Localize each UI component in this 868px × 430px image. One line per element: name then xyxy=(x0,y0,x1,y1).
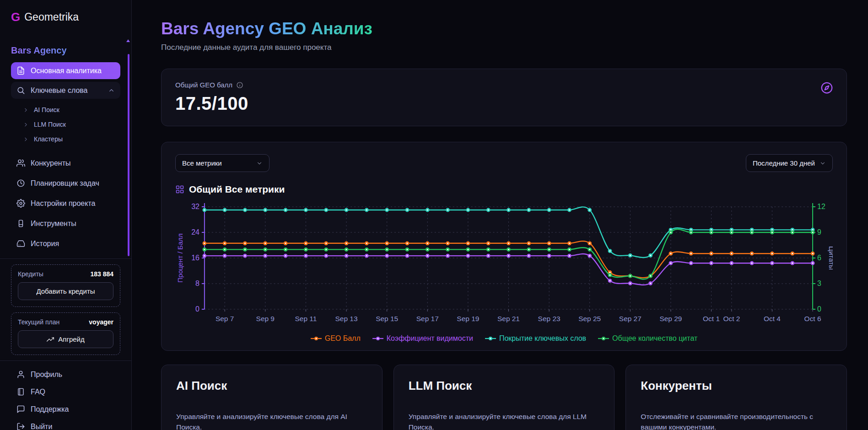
feature-card-title: LLM Поиск xyxy=(409,379,600,393)
info-icon[interactable] xyxy=(236,81,243,89)
feature-card[interactable]: Конкуренты Отслеживайте и сравнивайте пр… xyxy=(625,365,847,430)
metric-select[interactable]: Все метрики xyxy=(175,154,270,172)
legend-label: Покрытие ключевых слов xyxy=(499,334,586,343)
credits-value: 183 884 xyxy=(90,270,113,278)
sidebar-secondary-nav: КонкурентыПланировщик задачНастройки про… xyxy=(11,154,120,253)
metrics-line-chart[interactable]: 08162432Процент / Балл036912ЦитатыSep 7S… xyxy=(175,200,833,333)
svg-text:6: 6 xyxy=(817,254,821,262)
svg-text:Sep 27: Sep 27 xyxy=(619,315,642,322)
geo-score-value: 17.5/100 xyxy=(175,93,833,114)
sidebar-item-label: Инструменты xyxy=(31,220,76,228)
upgrade-button[interactable]: Апгрейд xyxy=(18,330,113,348)
page-title: Bars Agency GEO Анализ xyxy=(161,19,372,38)
sidebar-sub-item-label: LLM Поиск xyxy=(34,121,66,128)
app-root: G Geometrika Bars Agency Основная аналит… xyxy=(0,0,868,430)
feature-card-title: AI Поиск xyxy=(176,379,367,393)
svg-text:3: 3 xyxy=(817,280,821,287)
add-credits-label: Добавить кредиты xyxy=(36,287,95,295)
sidebar-scroll-up-arrow[interactable] xyxy=(126,39,130,42)
svg-text:Oct 2: Oct 2 xyxy=(723,315,740,322)
book-icon xyxy=(16,387,25,396)
chevron-down-icon xyxy=(819,160,826,167)
sidebar-item-users[interactable]: Конкуренты xyxy=(11,154,120,172)
user-icon xyxy=(16,370,25,379)
logo-icon: G xyxy=(11,10,20,24)
sidebar: G Geometrika Bars Agency Основная аналит… xyxy=(0,0,132,430)
sidebar-sub-item[interactable]: LLM Поиск xyxy=(18,117,120,132)
legend-item-series-3[interactable]: Общее количество цитат xyxy=(598,334,697,343)
sidebar-sub-item[interactable]: Кластеры xyxy=(18,132,120,146)
hard-drive-icon xyxy=(16,239,25,248)
svg-text:Sep 21: Sep 21 xyxy=(497,315,520,322)
search-icon xyxy=(16,86,25,95)
grid-icon xyxy=(175,185,184,194)
users-icon xyxy=(16,159,25,167)
sidebar-item-user[interactable]: Профиль xyxy=(11,366,120,382)
legend-marker-icon xyxy=(598,336,609,341)
feature-card[interactable]: LLM Поиск Управляйте и анализируйте ключ… xyxy=(394,365,615,430)
compass-icon[interactable] xyxy=(820,81,834,95)
sidebar-scrollbar[interactable] xyxy=(128,54,129,256)
date-range-select[interactable]: Последние 30 дней xyxy=(746,154,833,172)
sidebar-item-clock[interactable]: Планировщик задач xyxy=(11,174,120,193)
svg-text:Sep 13: Sep 13 xyxy=(335,315,358,322)
sidebar-item-ruler[interactable]: Инструменты xyxy=(11,214,120,233)
logout-icon xyxy=(16,422,25,430)
chevron-right-icon xyxy=(23,122,29,128)
svg-text:Sep 15: Sep 15 xyxy=(376,315,398,322)
feature-card[interactable]: AI Поиск Управляйте и анализируйте ключе… xyxy=(161,365,383,430)
sidebar-item-hard-drive[interactable]: История xyxy=(11,234,120,253)
legend-item-series-0[interactable]: GEO Балл xyxy=(311,334,361,343)
sidebar-item-label: Поддержка xyxy=(31,405,69,414)
sidebar-item-gear[interactable]: Настройки проекта xyxy=(11,194,120,213)
svg-text:Sep 23: Sep 23 xyxy=(538,315,561,322)
add-credits-button[interactable]: Добавить кредиты xyxy=(18,282,113,300)
chevron-up-icon xyxy=(108,87,115,94)
sidebar-item-logout[interactable]: Выйти xyxy=(11,419,120,430)
chart-legend: GEO Балл Коэффициент видимости Покрытие … xyxy=(175,333,833,344)
left-axis: 08162432Процент / Балл xyxy=(176,203,205,313)
sidebar-item-label: Основная аналитика xyxy=(31,67,102,75)
sidebar-sub-item-label: AI Поиск xyxy=(34,106,59,113)
legend-marker-icon xyxy=(372,336,383,341)
sidebar-footer-nav: ПрофильFAQПоддержкаВыйти xyxy=(11,366,120,430)
sidebar-item-label: Настройки проекта xyxy=(31,199,95,208)
chat-icon xyxy=(16,405,25,414)
legend-label: GEO Балл xyxy=(325,334,361,343)
sidebar-divider xyxy=(0,258,131,259)
sidebar-item-label: Выйти xyxy=(31,423,52,430)
sidebar-item-label: Конкуренты xyxy=(31,159,71,167)
legend-item-series-1[interactable]: Коэффициент видимости xyxy=(372,334,473,343)
chart-grid xyxy=(205,207,813,309)
feature-card-title: Конкуренты xyxy=(641,379,832,393)
svg-text:Sep 7: Sep 7 xyxy=(216,315,234,322)
svg-text:32: 32 xyxy=(191,203,199,210)
sidebar-item-main-analytics[interactable]: Основная аналитика xyxy=(11,62,120,79)
svg-text:8: 8 xyxy=(195,280,199,287)
file-text-icon xyxy=(16,66,25,75)
logo[interactable]: G Geometrika xyxy=(11,10,120,24)
chevron-down-icon xyxy=(256,160,263,167)
geo-score-card: Общий GEO балл 17.5/100 xyxy=(161,69,847,126)
legend-item-series-2[interactable]: Покрытие ключевых слов xyxy=(485,334,586,343)
svg-text:24: 24 xyxy=(191,228,199,236)
sidebar-sub-item[interactable]: AI Поиск xyxy=(18,102,120,117)
keywords-sub-nav: AI ПоискLLM ПоискКластеры xyxy=(11,102,120,150)
svg-text:12: 12 xyxy=(817,203,825,210)
chart-series-0 xyxy=(202,241,814,278)
legend-label: Коэффициент видимости xyxy=(387,334,473,343)
sidebar-item-label: FAQ xyxy=(31,388,45,396)
svg-text:Oct 1: Oct 1 xyxy=(703,315,720,322)
project-name: Bars Agency xyxy=(11,45,67,56)
feature-cards-row: AI Поиск Управляйте и анализируйте ключе… xyxy=(161,365,847,430)
credits-label: Кредиты xyxy=(18,270,43,278)
chevron-right-icon xyxy=(23,136,29,142)
sidebar-item-keywords[interactable]: Ключевые слова xyxy=(11,82,120,99)
plan-label: Текущий план xyxy=(18,318,59,326)
svg-text:9: 9 xyxy=(817,228,821,236)
trending-up-icon xyxy=(47,336,54,343)
sidebar-item-chat[interactable]: Поддержка xyxy=(11,401,120,417)
feature-card-description: Управляйте и анализируйте ключевые слова… xyxy=(409,411,600,430)
sidebar-item-book[interactable]: FAQ xyxy=(11,384,120,400)
plan-value: voyager xyxy=(89,318,113,326)
